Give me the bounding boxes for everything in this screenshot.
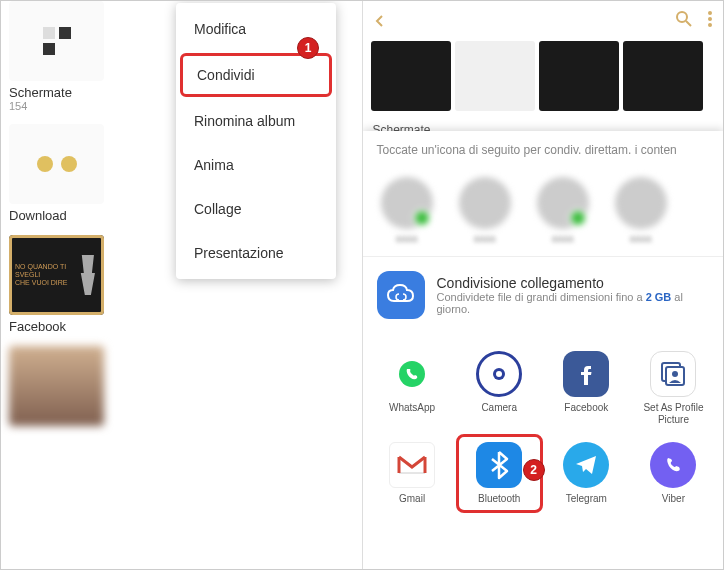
- app-label: Gmail: [399, 493, 425, 505]
- apps-grid: WhatsApp Camera Facebook: [363, 333, 724, 523]
- album-thumbnail: [9, 124, 104, 204]
- contacts-row: aaaa aaaa aaaa aaaa: [363, 169, 724, 256]
- contact-item[interactable]: aaaa: [533, 177, 593, 244]
- svg-point-12: [496, 371, 502, 377]
- contact-item[interactable]: aaaa: [455, 177, 515, 244]
- menu-item-rinomina[interactable]: Rinomina album: [176, 99, 336, 143]
- share-sheet: Toccate un'icona di seguito per condiv. …: [363, 131, 724, 569]
- link-share-desc: Condividete file di grandi dimensioni fi…: [437, 291, 710, 315]
- menu-item-presentazione[interactable]: Presentazione: [176, 231, 336, 275]
- facebook-icon: [563, 351, 609, 397]
- app-label: WhatsApp: [389, 402, 435, 414]
- app-label: Viber: [662, 493, 685, 505]
- contact-item[interactable]: aaaa: [377, 177, 437, 244]
- app-gmail[interactable]: Gmail: [369, 434, 456, 513]
- svg-rect-2: [43, 43, 55, 55]
- menu-item-condividi[interactable]: Condividi: [180, 53, 332, 97]
- album-thumbnail: [9, 1, 104, 81]
- contact-item[interactable]: aaaa: [611, 177, 671, 244]
- svg-point-8: [708, 17, 712, 21]
- strip-thumbnail[interactable]: [371, 41, 451, 111]
- annotation-badge-1: 1: [297, 37, 319, 59]
- link-share-title: Condivisione collegamento: [437, 275, 710, 291]
- svg-point-15: [672, 371, 678, 377]
- svg-rect-0: [43, 27, 55, 39]
- app-camera[interactable]: Camera: [456, 343, 543, 434]
- svg-point-3: [37, 156, 53, 172]
- telegram-icon: [563, 442, 609, 488]
- app-viber[interactable]: Viber: [630, 434, 717, 513]
- app-profile-picture[interactable]: Set As Profile Picture: [630, 343, 717, 434]
- topbar: [363, 1, 724, 41]
- search-icon[interactable]: [675, 10, 693, 33]
- share-hint: Toccate un'icona di seguito per condiv. …: [363, 131, 724, 169]
- strip-thumbnail[interactable]: [623, 41, 703, 111]
- svg-rect-1: [59, 27, 71, 39]
- menu-item-anima[interactable]: Anima: [176, 143, 336, 187]
- svg-line-6: [686, 21, 691, 26]
- album-name: Facebook: [9, 319, 354, 334]
- album-thumbnail: NO QUANDO TI SVEGLICHE VUOI DIRE: [9, 235, 104, 315]
- app-label: Set As Profile Picture: [634, 402, 713, 426]
- strip-thumbnail[interactable]: [539, 41, 619, 111]
- camera-icon: [476, 351, 522, 397]
- svg-point-9: [708, 23, 712, 27]
- album-thumbnail: [9, 346, 104, 426]
- svg-point-4: [61, 156, 77, 172]
- gmail-icon: [389, 442, 435, 488]
- app-telegram[interactable]: Telegram: [543, 434, 630, 513]
- more-icon[interactable]: [707, 10, 713, 33]
- svg-point-10: [399, 361, 425, 387]
- svg-point-7: [708, 11, 712, 15]
- app-facebook[interactable]: Facebook: [543, 343, 630, 434]
- back-icon[interactable]: [373, 8, 387, 34]
- viber-icon: [650, 442, 696, 488]
- strip-thumbnail[interactable]: [455, 41, 535, 111]
- whatsapp-icon: [389, 351, 435, 397]
- right-pane: Schermate Toccate un'icona di seguito pe…: [363, 1, 724, 569]
- app-label: Telegram: [566, 493, 607, 505]
- app-label: Camera: [481, 402, 517, 414]
- album-item[interactable]: [9, 346, 354, 426]
- gallery-strip: [363, 41, 724, 121]
- profile-picture-icon: [650, 351, 696, 397]
- annotation-badge-2: 2: [523, 459, 545, 481]
- app-label: Facebook: [564, 402, 608, 414]
- cloud-link-icon: [377, 271, 425, 319]
- menu-item-collage[interactable]: Collage: [176, 187, 336, 231]
- link-share-row[interactable]: Condivisione collegamento Condividete fi…: [363, 256, 724, 333]
- app-whatsapp[interactable]: WhatsApp: [369, 343, 456, 434]
- left-pane: Schermate 154 Download NO QUANDO TI SVEG…: [1, 1, 363, 569]
- app-label: Bluetooth: [478, 493, 520, 505]
- bluetooth-icon: [476, 442, 522, 488]
- svg-point-5: [677, 12, 687, 22]
